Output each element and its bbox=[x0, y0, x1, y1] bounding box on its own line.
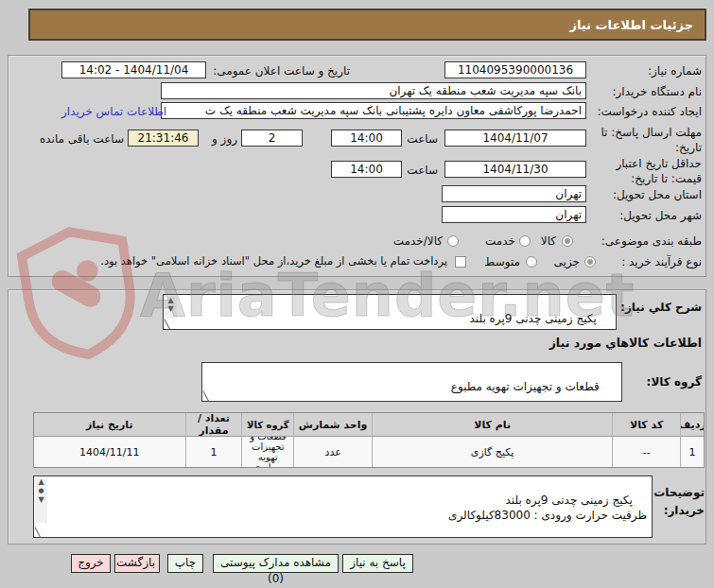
buyer-contact-link[interactable]: اطلاعات تماس خریدار bbox=[61, 104, 166, 119]
col-count-unit: واحد شمارش bbox=[293, 413, 372, 437]
col-item-group: گروه کالا bbox=[241, 413, 293, 437]
validity-label: حداقل تاریخ اعتبار قیمت: تا تاریخ: bbox=[596, 156, 702, 186]
remaining-days-field[interactable]: 2 bbox=[241, 130, 303, 147]
col-item-name: نام کالا bbox=[372, 413, 612, 437]
classification-label: طبقه بندی موضوعی: bbox=[601, 233, 702, 249]
creator-field[interactable]: احمدرضا پورکاشفی معاون دایره پشتیبانی با… bbox=[161, 102, 586, 119]
cell-count-unit: عدد bbox=[293, 437, 372, 467]
cell-quantity: 1 bbox=[185, 437, 242, 467]
resize-grip-icon: ╲ bbox=[35, 528, 41, 538]
need-no-label: شماره نیاز: bbox=[648, 63, 702, 78]
radio-service-label: خدمت bbox=[485, 233, 515, 249]
radio-goods-label: کالا bbox=[541, 233, 556, 249]
buyer-notes-text: پکیج زمینی چدنی 9پره بلند ظرفیت حرارت ور… bbox=[448, 493, 647, 538]
col-item-code: کد کالا bbox=[612, 413, 680, 437]
resize-grip-icon: ╲ bbox=[165, 320, 170, 330]
need-desc-label: شرح کلي نياز: bbox=[620, 300, 702, 315]
buyer-org-label: نام دستگاه خریدار: bbox=[613, 84, 703, 99]
respond-button[interactable]: پاسخ به نیاز bbox=[342, 554, 413, 573]
buyer-notes-label: توضیحات خریدار: bbox=[646, 484, 705, 520]
goods-section-title: اطلاعات کالاهاي مورد نياز bbox=[549, 336, 702, 352]
table-row: 1 -- پکیج گازی عدد قطعات و تجهیزات تهویه… bbox=[34, 437, 704, 467]
treasury-payment-checkbox[interactable] bbox=[455, 256, 466, 268]
creator-label: ایجاد کننده درخواست: bbox=[597, 104, 702, 119]
page-title: جزئیات اطلاعات نیاز bbox=[569, 18, 693, 32]
cell-item-code: -- bbox=[612, 437, 680, 467]
remaining-hours-label: ساعت باقی مانده bbox=[40, 131, 124, 147]
goods-group-text: قطعات و تجهیزات تهویه مطبوع bbox=[451, 380, 600, 393]
goods-table-header: ردیف کد کالا نام کالا واحد شمارش گروه کا… bbox=[34, 413, 704, 437]
radio-goods[interactable] bbox=[562, 235, 573, 247]
deadline-time-field[interactable]: 14:00 bbox=[331, 130, 402, 147]
goods-group-box[interactable]: قطعات و تجهیزات تهویه مطبوع ╲ bbox=[201, 362, 622, 402]
col-need-date: تاریخ نیاز bbox=[34, 413, 185, 437]
spinner-scrollbar[interactable]: ▲▼ bbox=[165, 296, 177, 319]
province-label: استان محل تحویل: bbox=[613, 187, 702, 202]
view-attachments-button[interactable]: مشاهده مدارک پیوستی (0) bbox=[213, 554, 339, 573]
deadline-date-field[interactable]: 1404/11/07 bbox=[444, 130, 586, 147]
buyer-notes-textarea[interactable]: پکیج زمینی چدنی 9پره بلند ظرفیت حرارت ور… bbox=[33, 476, 653, 538]
announce-field[interactable]: 1404/11/04 - 14:02 bbox=[61, 61, 206, 78]
cell-need-date: 1404/11/11 bbox=[34, 437, 185, 467]
need-no-field[interactable]: 1104095390000136 bbox=[444, 61, 586, 78]
goods-group-label: گروه کالا: bbox=[647, 374, 702, 389]
days-and-label: روز و bbox=[212, 131, 237, 147]
need-details-page: جزئیات اطلاعات نیاز شماره نیاز: 11040953… bbox=[0, 0, 714, 588]
vertical-scrollbar[interactable]: ▲●▼ bbox=[35, 477, 47, 523]
resize-grip-icon: ╲ bbox=[203, 392, 209, 402]
validity-date-field[interactable]: 1404/11/30 bbox=[444, 161, 586, 178]
deadline-label: مهلت ارسال پاسخ: تا تاریخ: bbox=[596, 125, 702, 155]
remaining-time-field: 21:31:46 bbox=[128, 130, 199, 147]
treasury-payment-note: پرداخت تمام یا بخشی از مبلغ خرید،از محل … bbox=[100, 254, 447, 269]
radio-medium[interactable] bbox=[526, 256, 537, 268]
cell-item-name: پکیج گازی bbox=[372, 437, 612, 467]
radio-service[interactable] bbox=[519, 235, 531, 247]
need-desc-textarea[interactable]: پکیج زمینی چدنی 9پره بلند ظرفیت حرارت ور… bbox=[163, 294, 617, 330]
province-field[interactable]: تهران bbox=[442, 185, 586, 202]
cell-row-no: 1 bbox=[680, 437, 704, 467]
back-button[interactable]: بازگشت bbox=[114, 554, 160, 573]
city-field[interactable]: تهران bbox=[442, 206, 586, 223]
goods-table: ردیف کد کالا نام کالا واحد شمارش گروه کا… bbox=[33, 412, 705, 468]
radio-minor[interactable] bbox=[584, 256, 596, 268]
process-label: نوع فرآیند خرید : bbox=[621, 254, 702, 269]
validity-time-field[interactable]: 14:00 bbox=[331, 161, 402, 178]
col-row-no: ردیف bbox=[680, 413, 704, 437]
radio-goods-service[interactable] bbox=[447, 235, 459, 247]
buyer-org-field[interactable]: بانک سپه مدیریت شعب منطقه یک تهران bbox=[161, 82, 586, 99]
need-desc-text: پکیج زمینی چدنی 9پره بلند ظرفیت حرارت ور… bbox=[412, 312, 611, 330]
radio-goods-service-label: کالا/خدمت bbox=[393, 233, 443, 249]
validity-hour-label: ساعت bbox=[407, 163, 438, 178]
radio-minor-label: جزیی bbox=[554, 254, 580, 269]
page-title-bar: جزئیات اطلاعات نیاز bbox=[28, 9, 706, 41]
exit-button[interactable]: خروج bbox=[71, 554, 111, 573]
announce-label: تاریخ و ساعت اعلان عمومی: bbox=[213, 63, 350, 78]
cell-item-group: قطعات و تجهیزات تهویه مطبوع bbox=[241, 437, 293, 467]
deadline-hour-label: ساعت bbox=[407, 131, 438, 147]
radio-medium-label: متوسط bbox=[484, 254, 520, 269]
city-label: شهر محل تحویل: bbox=[619, 208, 702, 223]
col-quantity: تعداد / مقدار bbox=[185, 413, 242, 437]
print-button[interactable]: چاپ bbox=[167, 554, 203, 573]
